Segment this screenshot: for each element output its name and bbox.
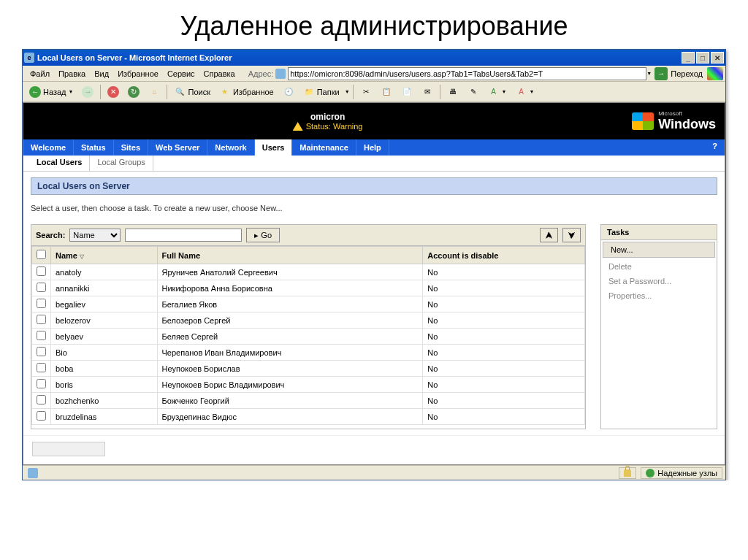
task-new-[interactable]: New...: [603, 242, 715, 258]
folders-button[interactable]: 📁 Папки: [299, 84, 343, 100]
dropdown-icon[interactable]: ▼: [345, 89, 350, 94]
refresh-button[interactable]: ↻: [124, 84, 143, 100]
cell-name: anatoly: [51, 264, 158, 280]
throbber-icon: [707, 67, 723, 80]
mail-button[interactable]: ✉: [418, 84, 437, 100]
subtab-local-users[interactable]: Local Users: [29, 156, 90, 171]
go-button[interactable]: →: [654, 67, 668, 80]
tab-web-server[interactable]: Web Server: [148, 139, 207, 156]
cell-name: boris: [51, 377, 158, 393]
table-row[interactable]: annanikkiНикифорова Анна БорисовнаNo: [32, 280, 585, 296]
table-row[interactable]: BioЧерепанов Иван ВладимировичNo: [32, 345, 585, 361]
close-button[interactable]: ✕: [711, 52, 724, 64]
select-all-checkbox[interactable]: [37, 250, 46, 259]
tab-status[interactable]: Status: [74, 139, 114, 156]
cell-disabled: No: [423, 264, 585, 280]
cell-disabled: No: [423, 345, 585, 361]
footer-button[interactable]: [32, 442, 105, 456]
home-button[interactable]: ⌂: [145, 84, 164, 100]
tab-users[interactable]: Users: [255, 139, 293, 156]
table-row[interactable]: borisНеупокоев Борис ВладимировичNo: [32, 377, 585, 393]
row-checkbox[interactable]: [37, 331, 46, 340]
table-row[interactable]: begalievБегалиев ЯковNo: [32, 296, 585, 312]
page-prev-button[interactable]: ⮝: [540, 228, 558, 242]
panel-title: Local Users on Server: [31, 177, 717, 195]
forward-button[interactable]: →: [78, 84, 97, 100]
mail-icon: ✉: [421, 86, 433, 98]
windows-flag-icon: [632, 112, 654, 130]
page-next-button[interactable]: ⮟: [562, 228, 581, 242]
back-button[interactable]: ← Назад ▼: [26, 84, 77, 100]
edit-button[interactable]: ✎: [464, 84, 483, 100]
cell-fullname: Яруничев Анатолий Сергеевич: [157, 264, 423, 280]
tab-welcome[interactable]: Welcome: [23, 139, 74, 156]
table-row[interactable]: belozerovБелозеров СергейNo: [32, 312, 585, 329]
go-button[interactable]: ▸ Go: [246, 228, 280, 242]
table-row[interactable]: belyaevБеляев СергейNo: [32, 329, 585, 345]
encoding-button[interactable]: A▼: [484, 84, 511, 100]
menu-tools[interactable]: Сервис: [163, 68, 199, 80]
search-input[interactable]: [125, 229, 242, 242]
toolbar: ← Назад ▼ → ✕ ↻ ⌂ 🔍 Поиск ★ Избранное 🕘 …: [23, 82, 725, 102]
search-button[interactable]: 🔍 Поиск: [170, 84, 213, 100]
menubar: Файл Правка Вид Избранное Сервис Справка…: [23, 66, 725, 82]
maximize-button[interactable]: □: [696, 52, 709, 64]
cell-disabled: No: [423, 377, 585, 393]
sub-tabs: Local UsersLocal Groups: [23, 156, 725, 172]
row-checkbox[interactable]: [37, 411, 46, 421]
tab-help[interactable]: Help: [356, 139, 389, 156]
users-table: Name ▽ Full Name Account is disable anat…: [31, 246, 585, 425]
row-checkbox[interactable]: [37, 379, 46, 388]
history-button[interactable]: 🕘: [279, 84, 298, 100]
row-checkbox[interactable]: [37, 395, 46, 404]
menu-view[interactable]: Вид: [90, 68, 113, 80]
subtab-local-groups[interactable]: Local Groups: [90, 156, 153, 171]
col-name[interactable]: Name ▽: [51, 247, 158, 264]
search-field-select[interactable]: Name: [69, 229, 121, 242]
ssl-indicator: [619, 467, 636, 479]
address-input[interactable]: [288, 67, 646, 80]
tab-sites[interactable]: Sites: [114, 139, 148, 156]
favorites-button[interactable]: ★ Избранное: [215, 84, 278, 100]
print-button[interactable]: 🖶: [443, 84, 462, 100]
menu-edit[interactable]: Правка: [54, 68, 90, 80]
tab-maintenance[interactable]: Maintenance: [292, 139, 356, 156]
col-check[interactable]: [32, 247, 51, 264]
row-checkbox[interactable]: [37, 266, 46, 276]
tab-network[interactable]: Network: [207, 139, 254, 156]
row-checkbox[interactable]: [37, 363, 46, 372]
row-checkbox[interactable]: [37, 283, 46, 292]
row-checkbox[interactable]: [37, 347, 46, 356]
dropdown-icon: ▼: [69, 89, 74, 94]
cell-name: boba: [51, 361, 158, 377]
copy-button[interactable]: 📋: [377, 84, 396, 100]
cut-button[interactable]: ✂: [356, 84, 375, 100]
menu-help[interactable]: Справка: [199, 68, 240, 80]
cell-name: bozhchenko: [51, 393, 158, 409]
row-checkbox[interactable]: [37, 315, 46, 324]
status-text: Status: Warning: [306, 122, 363, 131]
cell-disabled: No: [423, 312, 585, 329]
minimize-button[interactable]: _: [682, 52, 695, 64]
table-row[interactable]: bruzdelinasБруздепинас ВидюсNo: [32, 409, 585, 425]
menu-file[interactable]: Файл: [26, 68, 54, 80]
table-row[interactable]: bozhchenkoБожченко ГеоргийNo: [32, 393, 585, 409]
server-header: omicron Status: Warning Microsoft Window…: [23, 103, 725, 139]
table-scroll[interactable]: Name ▽ Full Name Account is disable anat…: [31, 246, 585, 429]
stop-button[interactable]: ✕: [104, 84, 123, 100]
table-row[interactable]: anatolyЯруничев Анатолий СергеевичNo: [32, 264, 585, 280]
search-row: Search: Name ▸ Go ⮝ ⮟: [31, 225, 585, 246]
zone-indicator: Надежные узлы: [641, 467, 722, 479]
col-fullname[interactable]: Full Name: [157, 247, 423, 264]
col-disabled[interactable]: Account is disable: [423, 247, 585, 264]
size-icon: A: [516, 86, 527, 98]
brand-windows: Windows: [658, 117, 716, 132]
size-button[interactable]: A▼: [512, 84, 538, 100]
paste-button[interactable]: 📄: [397, 84, 416, 100]
address-dropdown-icon[interactable]: ▼: [646, 71, 652, 76]
menu-favorites[interactable]: Избранное: [113, 68, 163, 80]
row-checkbox[interactable]: [37, 299, 46, 308]
table-row[interactable]: bobaНеупокоев БориславNo: [32, 361, 585, 377]
dropdown-icon: ▼: [530, 89, 535, 94]
tab-help-q[interactable]: ?: [705, 139, 725, 156]
